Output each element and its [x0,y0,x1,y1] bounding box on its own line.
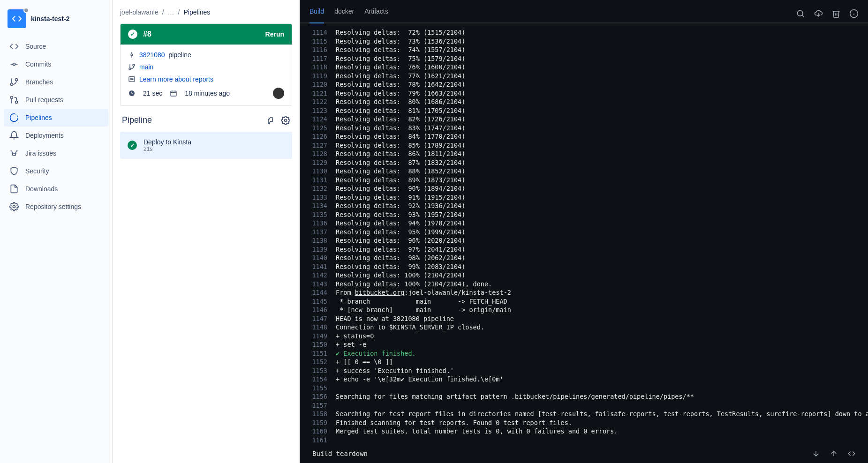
sidebar-label-deployments: Deployments [25,132,64,139]
sidebar: kinsta-test-2 Source Commits Branches Pu… [0,0,113,463]
arrow-up-icon[interactable] [830,449,838,458]
sidebar-item-source[interactable]: Source [4,37,108,55]
sidebar-label-security: Security [25,167,49,175]
commit-hash[interactable]: 3821080 [139,51,165,59]
run-number: #8 [143,30,265,38]
pin-icon[interactable] [265,116,274,125]
step-duration: 21s [143,146,191,152]
calendar-icon [170,90,177,97]
svg-point-25 [797,10,803,16]
svg-point-14 [133,64,135,66]
sidebar-item-downloads[interactable]: Downloads [4,180,108,198]
svg-point-9 [13,206,15,208]
duration: 21 sec [143,90,162,97]
sidebar-item-pipelines[interactable]: Pipelines [4,109,108,127]
pipeline-panel: joel-olawanle / … / Pipelines ✓ #8 Rerun… [113,0,300,463]
step-name: Deploy to Kinsta [143,138,191,146]
pipeline-header: Pipeline [120,113,292,132]
sidebar-item-jira[interactable]: Jira issues [4,144,108,162]
arrow-down-icon[interactable] [812,449,820,458]
timing-row: 21 sec 18 minutes ago [128,88,284,99]
nav: Source Commits Branches Pull requests Pi… [0,37,112,216]
sidebar-label-pipelines: Pipelines [25,114,52,121]
svg-point-24 [285,119,287,121]
avatar[interactable] [273,88,284,99]
reports-row: Learn more about reports [128,75,284,83]
pipeline-title: Pipeline [122,115,152,125]
log-body[interactable]: 1114Resolving deltas: 72% (1515/2104)111… [300,23,868,444]
sidebar-label-branches: Branches [25,78,53,86]
log-panel: Build docker Artifacts 1114Resolving del… [300,0,868,463]
sidebar-label-commits: Commits [25,60,51,68]
rerun-button[interactable]: Rerun [265,30,284,38]
sidebar-item-commits[interactable]: Commits [4,55,108,73]
log-header: Build docker Artifacts [300,0,868,23]
sidebar-label-downloads: Downloads [25,185,58,193]
sidebar-label-pr: Pull requests [25,96,63,104]
branch-icon [128,63,136,71]
log-tabs: Build docker Artifacts [309,5,388,22]
success-check-icon: ✓ [128,30,137,39]
when: 18 minutes ago [185,90,230,97]
pipeline-step[interactable]: ✓ Deploy to Kinsta 21s [120,132,292,159]
breadcrumb: joel-olawanle / … / Pipelines [120,8,292,16]
repo-badge-icon [23,7,29,13]
svg-point-5 [11,83,13,86]
clock-icon [128,90,136,97]
report-icon [128,75,136,83]
sidebar-label-jira: Jira issues [25,149,56,157]
tab-docker[interactable]: docker [334,5,354,22]
trash-icon[interactable] [831,9,841,18]
svg-point-6 [15,101,18,104]
sidebar-item-branches[interactable]: Branches [4,73,108,91]
breadcrumb-owner[interactable]: joel-olawanle [120,8,159,16]
repo-header[interactable]: kinsta-test-2 [0,9,112,37]
footer-text[interactable]: Build teardown [312,450,368,457]
breadcrumb-current: Pipelines [184,8,211,16]
repo-name: kinsta-test-2 [31,15,69,22]
log-footer: Build teardown [300,444,868,463]
tab-build[interactable]: Build [309,5,324,23]
commit-msg: pipeline [169,51,191,59]
branch-row: main [128,63,284,71]
repo-icon [8,9,26,28]
step-success-icon: ✓ [128,141,137,150]
svg-line-26 [802,15,804,17]
svg-rect-20 [171,91,176,96]
breadcrumb-dots[interactable]: … [168,8,174,16]
commit-row: 3821080 pipeline [128,51,284,59]
search-icon[interactable] [796,9,805,18]
download-icon[interactable] [814,9,823,18]
svg-point-10 [131,54,133,56]
sidebar-item-security[interactable]: Security [4,162,108,180]
gear-icon[interactable] [281,116,290,125]
commit-icon [128,51,136,59]
sidebar-label-source: Source [25,43,46,50]
svg-point-0 [13,63,15,66]
branch-name[interactable]: main [139,63,153,71]
tab-artifacts[interactable]: Artifacts [364,5,388,22]
svg-point-4 [15,79,18,81]
run-card-header: ✓ #8 Rerun [121,24,292,45]
sidebar-item-pull-requests[interactable]: Pull requests [4,91,108,109]
sidebar-item-settings[interactable]: Repository settings [4,198,108,216]
sidebar-label-settings: Repository settings [25,203,81,210]
sidebar-item-deployments[interactable]: Deployments [4,127,108,144]
info-icon[interactable] [849,9,859,18]
run-card: ✓ #8 Rerun 3821080 pipeline main Learn m… [120,23,292,106]
svg-point-7 [11,97,13,99]
log-actions [796,9,859,18]
reports-link[interactable]: Learn more about reports [139,75,213,83]
expand-icon[interactable] [847,449,856,458]
svg-point-15 [129,68,131,70]
